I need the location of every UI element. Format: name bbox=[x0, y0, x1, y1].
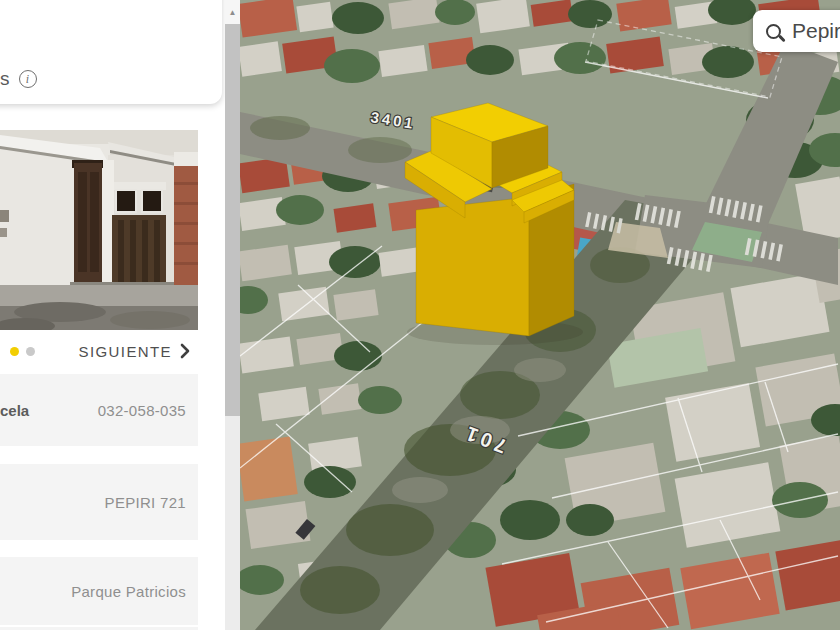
field-row-address: PEPIRI 721 bbox=[0, 464, 198, 540]
map-container[interactable]: 3401 701 bbox=[240, 0, 840, 630]
carousel-dot[interactable] bbox=[26, 347, 35, 356]
field-label-parcel: cela bbox=[0, 402, 29, 419]
sidebar-panel: s i bbox=[0, 0, 225, 630]
panel-title-fragment: s bbox=[0, 68, 10, 90]
scroll-up-icon: ▲ bbox=[229, 8, 237, 17]
carousel-dot-active[interactable] bbox=[10, 347, 19, 356]
panel-header-card: s i bbox=[0, 0, 222, 104]
field-row-neighborhood: Parque Patricios bbox=[0, 557, 198, 625]
property-photo bbox=[0, 130, 198, 330]
panel-heading: s i bbox=[0, 68, 37, 90]
search-icon bbox=[766, 24, 781, 39]
info-icon[interactable]: i bbox=[19, 70, 37, 88]
carousel-dots bbox=[0, 347, 35, 356]
next-photo-label: SIGUIENTE bbox=[79, 343, 172, 360]
photo-carousel-controls: SIGUIENTE bbox=[0, 338, 198, 364]
sidebar-scrollbar[interactable]: ▲ bbox=[225, 0, 240, 630]
map-satellite-view[interactable]: 3401 701 bbox=[240, 0, 840, 630]
field-value-parcel: 032-058-035 bbox=[98, 402, 198, 419]
chevron-right-icon bbox=[180, 343, 190, 359]
next-photo-button[interactable]: SIGUIENTE bbox=[79, 343, 198, 360]
field-row-parcel: cela 032-058-035 bbox=[0, 374, 198, 446]
scroll-up-button[interactable]: ▲ bbox=[225, 0, 240, 24]
field-value-address: PEPIRI 721 bbox=[105, 494, 198, 511]
scrollbar-thumb[interactable] bbox=[225, 24, 240, 416]
search-input[interactable] bbox=[792, 19, 840, 43]
property-photo-image bbox=[0, 130, 198, 330]
map-search-box[interactable] bbox=[753, 10, 840, 52]
field-value-neighborhood: Parque Patricios bbox=[71, 583, 198, 600]
